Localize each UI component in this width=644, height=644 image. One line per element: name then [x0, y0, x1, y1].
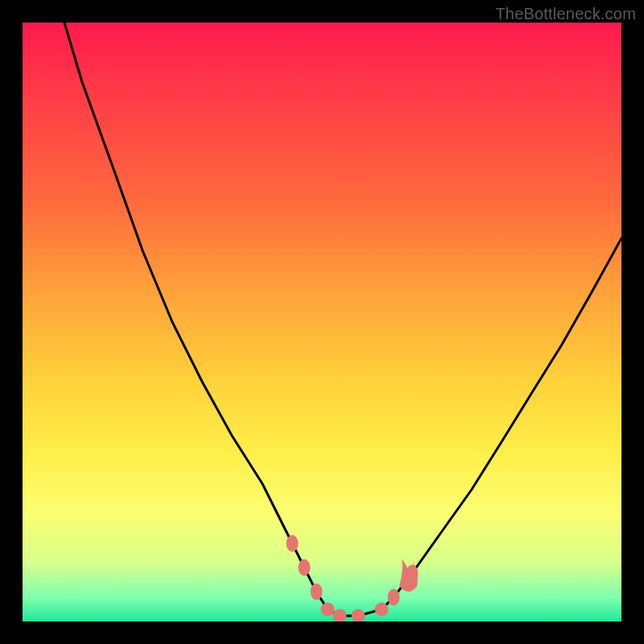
pink-dot-icon — [388, 589, 399, 605]
pink-dot-icon — [311, 584, 322, 600]
watermark-text: TheBottleneck.com — [495, 5, 636, 23]
pink-dot-icon — [299, 559, 310, 576]
pink-dot-icon — [352, 609, 365, 621]
pink-dot-icon — [321, 603, 334, 616]
bottleneck-curve — [64, 23, 621, 616]
pink-dot-icon — [375, 603, 388, 616]
curve-layer — [23, 23, 621, 621]
marker-group — [287, 535, 418, 621]
chart-frame: TheBottleneck.com — [0, 0, 644, 644]
pink-dot-icon — [287, 535, 298, 551]
pink-dot-icon — [333, 609, 346, 621]
pink-brush-icon — [399, 559, 418, 592]
gradient-plot-area — [23, 23, 621, 621]
